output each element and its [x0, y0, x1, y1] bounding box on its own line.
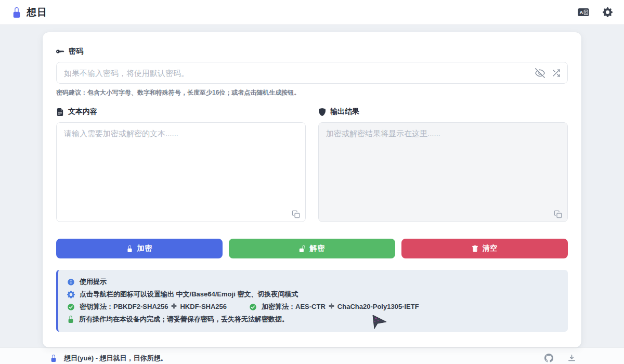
eye-off-icon[interactable] — [535, 68, 545, 78]
usage-tips-panel: 使用提示 点击导航栏的图标可以设置输出 中文/Base64/Emoji 密文、切… — [56, 270, 568, 332]
tips-security-row: 所有操作均在本设备内完成；请妥善保存密码，丢失将无法解密数据。 — [67, 313, 559, 326]
key-algorithm-group: 密钥算法：PBKDF2-SHA256HKDF-SHA256 — [67, 302, 227, 311]
gear-icon[interactable] — [603, 7, 613, 17]
brand: 想日 — [11, 6, 47, 19]
input-textarea-wrap — [56, 122, 306, 224]
tips-settings-text: 点击导航栏的图标可以设置输出 中文/Base64/Emoji 密文、切换夜间模式 — [80, 290, 298, 299]
encryption-algorithm-group: 加密算法：AES-CTRChaCha20-Poly1305-IETF — [249, 302, 419, 311]
key-icon — [56, 47, 64, 56]
check-circle-icon — [67, 303, 75, 311]
tips-security-text: 所有操作均在本设备内完成；请妥善保存密码，丢失将无法解密数据。 — [79, 315, 289, 324]
lock-icon — [126, 245, 133, 252]
encrypt-label: 加密 — [137, 244, 153, 253]
clear-button[interactable]: 清空 — [401, 239, 568, 258]
gear-blue-icon — [67, 291, 75, 298]
main-card: 密码 密码建议：包含大小写字母、数字和特殊符号，长度至少16位；或者点击随机生成… — [43, 32, 581, 347]
lock-footer-icon — [50, 355, 57, 362]
output-textarea[interactable] — [318, 122, 568, 222]
tips-title: 使用提示 — [80, 277, 107, 287]
navbar: 想日 A — [0, 0, 624, 25]
footer-brand: 想日(yuè) - 想日就日，日你所想。 — [50, 354, 167, 363]
password-field-icons — [535, 62, 561, 84]
github-icon[interactable] — [544, 354, 553, 362]
copy-input-icon[interactable] — [292, 210, 300, 218]
app: 想日 A 密码 — [0, 0, 624, 364]
nav-actions: A — [578, 7, 613, 17]
encrypt-button[interactable]: 加密 — [56, 239, 223, 258]
password-hint: 密码建议：包含大小写字母、数字和特殊符号，长度至少16位；或者点击随机生成按钮。 — [56, 88, 568, 97]
tips-settings-row: 点击导航栏的图标可以设置输出 中文/Base64/Emoji 密文、切换夜间模式 — [67, 288, 559, 301]
document-icon — [56, 108, 64, 116]
key-algorithm-text: 密钥算法：PBKDF2-SHA256HKDF-SHA256 — [80, 302, 227, 311]
trash-icon — [472, 245, 478, 252]
shuffle-icon[interactable] — [552, 69, 561, 77]
text-columns: 文本内容 输出结果 — [56, 107, 568, 224]
footer-text: 想日(yuè) - 想日就日，日你所想。 — [64, 354, 167, 363]
input-label: 文本内容 — [68, 107, 97, 116]
download-icon[interactable] — [567, 354, 576, 362]
output-column: 输出结果 — [318, 107, 568, 224]
lock-logo-icon — [11, 7, 22, 18]
output-textarea-wrap — [318, 122, 568, 224]
plus-icon — [329, 303, 334, 309]
tips-algorithms-row: 密钥算法：PBKDF2-SHA256HKDF-SHA256 加密算法：AES-C… — [67, 301, 559, 313]
svg-text:A: A — [579, 10, 583, 15]
shield-icon — [318, 108, 326, 116]
unlock-icon — [299, 245, 306, 252]
action-buttons: 加密 解密 清空 — [56, 239, 568, 258]
password-input[interactable] — [56, 62, 568, 84]
check-circle-icon — [249, 303, 257, 311]
app-title: 想日 — [27, 6, 47, 19]
output-label-row: 输出结果 — [318, 107, 568, 116]
clear-label: 清空 — [483, 244, 498, 253]
plus-icon — [171, 303, 177, 309]
info-icon — [67, 278, 75, 286]
password-field-wrap — [56, 62, 568, 84]
password-label: 密码 — [69, 47, 83, 56]
translate-icon[interactable]: A — [578, 8, 589, 17]
input-label-row: 文本内容 — [56, 107, 306, 116]
footer-links — [544, 354, 576, 362]
input-column: 文本内容 — [56, 107, 306, 224]
encryption-algorithm-text: 加密算法：AES-CTRChaCha20-Poly1305-IETF — [262, 302, 419, 311]
footer: 想日(yuè) - 想日就日，日你所想。 — [0, 347, 624, 364]
lock-green-icon — [67, 316, 74, 323]
output-label: 输出结果 — [330, 107, 359, 116]
main-area: 密码 密码建议：包含大小写字母、数字和特殊符号，长度至少16位；或者点击随机生成… — [0, 25, 624, 347]
input-textarea[interactable] — [56, 122, 306, 222]
tips-title-row: 使用提示 — [67, 276, 559, 288]
password-label-row: 密码 — [56, 47, 568, 56]
decrypt-label: 解密 — [310, 244, 326, 253]
copy-output-icon[interactable] — [554, 210, 562, 218]
decrypt-button[interactable]: 解密 — [229, 239, 395, 258]
